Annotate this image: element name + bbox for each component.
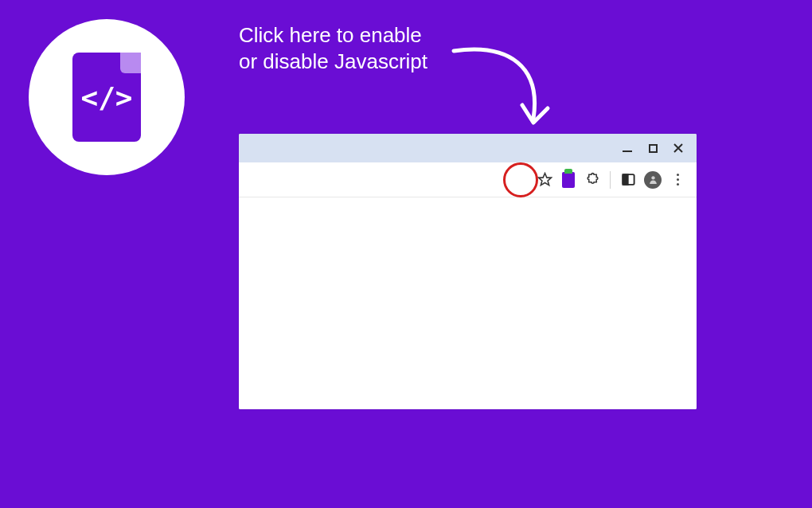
extensions-puzzle-icon[interactable] (584, 172, 600, 188)
svg-point-3 (651, 176, 654, 179)
bookmark-star-icon[interactable] (537, 172, 552, 188)
maximize-icon (649, 144, 658, 153)
highlight-circle (503, 162, 538, 197)
browser-window (239, 134, 697, 409)
maximize-button[interactable] (647, 143, 658, 154)
toolbar-separator (610, 171, 611, 189)
profile-avatar-icon[interactable] (644, 171, 662, 189)
browser-titlebar (239, 134, 697, 162)
instruction-text: Click here to enable or disable Javascri… (239, 22, 446, 74)
close-icon (673, 143, 684, 154)
svg-rect-2 (623, 174, 627, 185)
browser-toolbar (239, 162, 697, 197)
file-fold-corner (120, 53, 141, 73)
svg-marker-0 (538, 174, 551, 186)
code-glyph: </> (80, 81, 132, 114)
browser-content-area (239, 197, 697, 409)
arrow-annotation (446, 43, 565, 139)
menu-kebab-icon[interactable] (670, 172, 685, 188)
app-logo-circle: </> (29, 19, 185, 175)
js-toggle-extension-icon[interactable] (560, 172, 576, 188)
side-panel-icon[interactable] (620, 172, 636, 188)
minimize-button[interactable] (622, 143, 633, 154)
file-icon: </> (72, 53, 141, 142)
minimize-icon (623, 150, 632, 152)
close-button[interactable] (673, 143, 684, 154)
